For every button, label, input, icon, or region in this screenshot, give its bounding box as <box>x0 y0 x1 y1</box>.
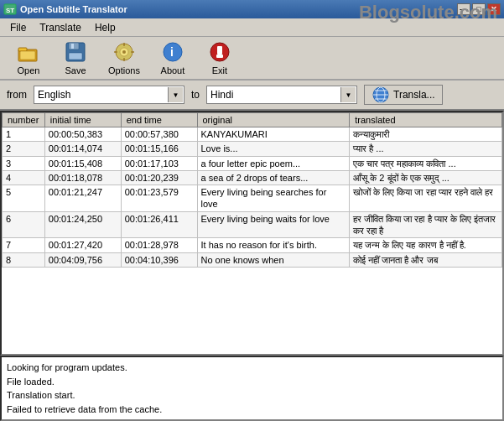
cell-translated: कन्याकुमारी <box>350 127 502 142</box>
cell-translated: एक चार पत्र महाकाव्य कविता ... <box>350 156 502 170</box>
title-bar-controls: — □ ✕ <box>457 3 501 15</box>
cell-original: It has no reason for it's birth. <box>197 238 350 252</box>
svg-rect-8 <box>71 44 74 49</box>
from-label: from <box>7 89 27 101</box>
open-label: Open <box>18 65 40 75</box>
cell-original: KANYAKUMARI <box>197 127 350 142</box>
cell-end: 00:01:23,579 <box>121 185 197 212</box>
options-label: Options <box>108 65 140 75</box>
cell-end: 00:04:10,396 <box>121 252 197 267</box>
cell-original: Every living being searches for love <box>197 185 350 212</box>
cell-translated: कोई नहीं जानता है और जब <box>350 252 502 267</box>
svg-rect-15 <box>131 51 134 53</box>
svg-rect-7 <box>69 53 82 60</box>
svg-rect-20 <box>216 55 223 58</box>
options-icon <box>112 40 136 64</box>
minimize-button[interactable]: — <box>457 3 470 15</box>
exit-label: Exit <box>212 65 227 75</box>
cell-original: a sea of 2 drops of tears... <box>197 170 350 185</box>
about-button[interactable]: i About <box>151 36 195 80</box>
svg-rect-14 <box>114 51 117 53</box>
cell-translated: आँसू के 2 बूंदों के एक समुद् ... <box>350 170 502 185</box>
cell-initial: 00:01:21,247 <box>44 185 121 212</box>
status-line: Translation start. <box>7 388 497 403</box>
cell-end: 00:01:28,978 <box>121 238 197 252</box>
cell-initial: 00:01:24,250 <box>44 211 121 238</box>
cell-initial: 00:00:50,383 <box>44 127 121 142</box>
table-row[interactable]: 6 00:01:24,250 00:01:26,411 Every living… <box>3 211 502 238</box>
svg-text:ST: ST <box>6 7 14 14</box>
cell-end: 00:01:26,411 <box>121 211 197 238</box>
cell-number: 4 <box>3 170 45 185</box>
cell-end: 00:01:20,239 <box>121 170 197 185</box>
status-bar: Looking for program updates.File loaded.… <box>0 356 504 421</box>
cell-initial: 00:01:18,078 <box>44 170 121 185</box>
subtitle-table: number initial time end time original tr… <box>2 112 502 268</box>
table-row[interactable]: 5 00:01:21,247 00:01:23,579 Every living… <box>3 185 502 212</box>
menu-file[interactable]: File <box>3 20 33 35</box>
save-label: Save <box>65 65 86 75</box>
about-label: About <box>161 65 185 75</box>
menu-translate[interactable]: Translate <box>33 20 88 35</box>
save-button[interactable]: Save <box>54 36 97 80</box>
svg-point-11 <box>122 50 126 54</box>
about-icon: i <box>161 40 184 64</box>
subtitle-table-container[interactable]: number initial time end time original tr… <box>0 111 504 356</box>
menu-help[interactable]: Help <box>88 20 122 35</box>
cell-original: No one knows when <box>197 252 350 267</box>
cell-end: 00:00:57,380 <box>121 127 197 142</box>
save-icon <box>64 40 87 64</box>
to-language-select[interactable]: Hindi <box>206 86 357 104</box>
close-button[interactable]: ✕ <box>487 3 501 15</box>
maximize-button[interactable]: □ <box>472 3 486 15</box>
main-content: number initial time end time original tr… <box>0 111 504 421</box>
cell-number: 1 <box>3 127 45 142</box>
to-lang-wrapper: Hindi ▼ <box>206 86 357 104</box>
table-header-row: number initial time end time original tr… <box>3 113 502 127</box>
globe-icon <box>372 86 390 104</box>
options-button[interactable]: Options <box>101 36 148 80</box>
cell-original: Every living being waits for love <box>197 211 350 238</box>
translate-btn-label: Transla... <box>393 89 435 101</box>
status-line: Looking for program updates. <box>7 361 497 375</box>
menu-bar: File Translate Help <box>0 18 504 37</box>
cell-number: 7 <box>3 238 45 252</box>
translate-button[interactable]: Transla... <box>364 85 443 105</box>
table-row[interactable]: 2 00:01:14,074 00:01:15,166 Love is... प… <box>3 142 502 156</box>
cell-end: 00:01:15,166 <box>121 142 197 156</box>
cell-initial: 00:01:14,074 <box>44 142 121 156</box>
col-header-translated: translated <box>350 113 502 127</box>
cell-translated: यह जन्म के लिए यह कारण है नहीं है. <box>350 238 502 252</box>
svg-text:i: i <box>170 45 174 59</box>
cell-number: 2 <box>3 142 45 156</box>
language-bar: from English ▼ to Hindi ▼ Transla... <box>0 81 504 111</box>
open-button[interactable]: Open <box>7 36 50 80</box>
cell-number: 5 <box>3 185 45 212</box>
table-row[interactable]: 3 00:01:15,408 00:01:17,103 a four lette… <box>3 156 502 170</box>
app-icon: ST <box>3 3 17 16</box>
table-row[interactable]: 4 00:01:18,078 00:01:20,239 a sea of 2 d… <box>3 170 502 185</box>
exit-button[interactable]: Exit <box>198 36 242 80</box>
svg-rect-19 <box>217 46 222 55</box>
cell-original: Love is... <box>197 142 350 156</box>
table-row[interactable]: 7 00:01:27,420 00:01:28,978 It has no re… <box>3 238 502 252</box>
cell-number: 3 <box>3 156 45 170</box>
from-lang-wrapper: English ▼ <box>34 86 184 104</box>
cell-initial: 00:01:15,408 <box>44 156 121 170</box>
toolbar: Open Save Options <box>0 37 504 81</box>
col-header-end: end time <box>121 113 197 127</box>
status-line: Translation done. <box>7 416 497 421</box>
table-row[interactable]: 1 00:00:50,383 00:00:57,380 KANYAKUMARI … <box>3 127 502 142</box>
table-row[interactable]: 8 00:04:09,756 00:04:10,396 No one knows… <box>3 252 502 267</box>
cell-translated: हर जीवित किया जा रहा है प्यार के लिए इंत… <box>350 211 502 238</box>
title-bar-left: ST Open Subtitle Translator <box>3 3 127 16</box>
svg-rect-13 <box>123 58 125 61</box>
col-header-original: original <box>197 113 350 127</box>
open-icon <box>17 40 40 64</box>
from-language-select[interactable]: English <box>34 86 184 104</box>
col-header-number: number <box>3 113 45 127</box>
to-label: to <box>191 89 200 101</box>
cell-initial: 00:04:09,756 <box>44 252 121 267</box>
window-title: Open Subtitle Translator <box>20 4 127 14</box>
svg-rect-12 <box>123 43 125 46</box>
